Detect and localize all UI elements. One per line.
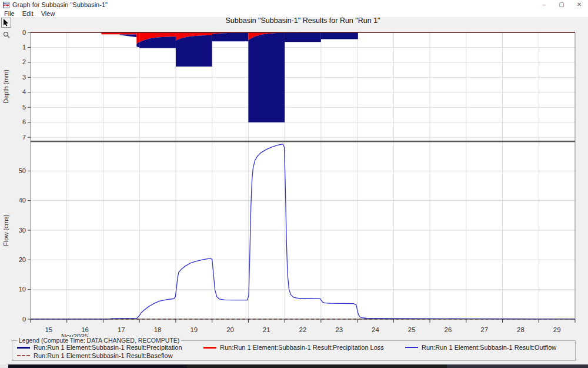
minimize-button[interactable]: – xyxy=(535,0,553,9)
svg-text:0: 0 xyxy=(22,316,26,323)
precipitation-area xyxy=(248,33,285,122)
svg-text:29: 29 xyxy=(553,326,561,333)
svg-text:25: 25 xyxy=(408,326,416,333)
svg-text:28: 28 xyxy=(517,326,524,333)
menu-bar: File Edit View xyxy=(0,9,588,17)
menu-edit[interactable]: Edit xyxy=(22,10,34,17)
hec-hms-app-icon xyxy=(3,2,9,8)
legend: Legend (Compute Time: DATA CHANGED, RECO… xyxy=(12,340,576,361)
svg-text:0: 0 xyxy=(22,29,26,36)
svg-text:18: 18 xyxy=(154,326,162,333)
title-bar: Graph for Subbasin "Subbasin-1" – ▢ ✕ xyxy=(0,0,588,9)
legend-item-precipitation: Run:Run 1 Element:Subbasin-1 Result:Prec… xyxy=(17,344,182,351)
svg-text:23: 23 xyxy=(335,326,343,333)
precip-loss-area xyxy=(136,32,139,44)
precip-loss-area xyxy=(139,32,176,42)
svg-text:6: 6 xyxy=(22,118,26,125)
precipitation-area xyxy=(212,33,249,42)
svg-text:4: 4 xyxy=(22,88,26,95)
tool-strip xyxy=(1,18,13,39)
precip-loss-area xyxy=(101,32,119,34)
precipitation-swatch-icon xyxy=(17,347,30,349)
svg-text:26: 26 xyxy=(445,326,452,333)
zoom-tool-button[interactable] xyxy=(1,29,11,39)
svg-text:20: 20 xyxy=(226,326,234,333)
svg-text:2: 2 xyxy=(22,58,26,65)
taskbar-strip xyxy=(0,364,8,368)
svg-text:15: 15 xyxy=(45,326,52,333)
pointer-tool-button[interactable] xyxy=(1,18,11,28)
outflow-line xyxy=(31,144,575,319)
svg-text:Flow (cms): Flow (cms) xyxy=(2,214,9,246)
precipitation-loss-swatch-icon xyxy=(203,347,216,349)
taskbar-strip xyxy=(447,364,588,368)
precip-loss-area xyxy=(119,32,136,35)
menu-view[interactable]: View xyxy=(41,10,55,17)
svg-text:19: 19 xyxy=(190,326,198,333)
precipitation-area xyxy=(136,42,139,48)
precipitation-area xyxy=(321,32,358,39)
close-button[interactable]: ✕ xyxy=(570,0,588,9)
legend-item-outflow: Run:Run 1 Element:Subbasin-1 Result:Outf… xyxy=(405,344,556,351)
svg-text:22: 22 xyxy=(299,326,307,333)
taskbar-strip xyxy=(187,364,447,368)
svg-text:3: 3 xyxy=(22,74,26,81)
pointer-cursor-icon xyxy=(3,19,9,26)
legend-item-baseflow: Run:Run 1 Element:Subbasin-1 Result:Base… xyxy=(17,352,173,359)
svg-text:27: 27 xyxy=(480,326,488,333)
magnifier-icon xyxy=(3,31,10,38)
legend-item-precipitation-loss: Run:Run 1 Element:Subbasin-1 Result:Prec… xyxy=(203,344,384,351)
legend-title: Legend (Compute Time: DATA CHANGED, RECO… xyxy=(17,337,181,344)
svg-text:10: 10 xyxy=(19,286,26,293)
precip-loss-area xyxy=(176,32,212,41)
taskbar-strip xyxy=(8,364,187,368)
precip-loss-area xyxy=(212,32,249,34)
results-chart: 0123456701020304050151617181920212223242… xyxy=(0,0,588,364)
menu-file[interactable]: File xyxy=(4,10,15,17)
svg-text:Depth (mm): Depth (mm) xyxy=(2,69,9,104)
svg-text:30: 30 xyxy=(19,227,26,234)
outflow-swatch-icon xyxy=(405,347,418,348)
svg-text:20: 20 xyxy=(19,256,26,263)
svg-text:16: 16 xyxy=(81,326,89,333)
precip-loss-area xyxy=(285,32,321,33)
precipitation-area xyxy=(285,32,321,42)
precip-loss-area xyxy=(248,32,285,40)
precipitation-area xyxy=(176,35,212,67)
chart-title: Subbasin "Subbasin-1" Results for Run "R… xyxy=(31,16,575,25)
svg-text:24: 24 xyxy=(372,326,379,333)
svg-text:7: 7 xyxy=(22,134,26,141)
svg-text:21: 21 xyxy=(263,326,270,333)
svg-text:40: 40 xyxy=(19,197,26,204)
svg-text:50: 50 xyxy=(19,167,26,174)
svg-text:1: 1 xyxy=(22,44,26,51)
window-title: Graph for Subbasin "Subbasin-1" xyxy=(12,1,108,8)
svg-text:5: 5 xyxy=(22,104,26,111)
baseflow-swatch-icon xyxy=(17,355,30,356)
precipitation-area xyxy=(119,35,136,38)
precipitation-area xyxy=(139,37,176,48)
maximize-button[interactable]: ▢ xyxy=(553,0,570,9)
svg-text:17: 17 xyxy=(118,326,125,333)
